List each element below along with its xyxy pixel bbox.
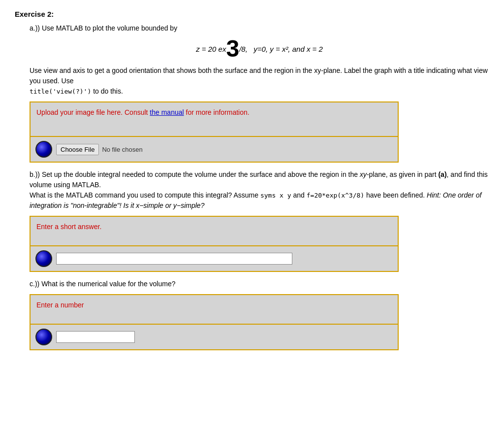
answer-box-b: Enter a short answer.: [30, 216, 399, 272]
exercise-title: Exercise 2:: [15, 10, 489, 18]
no-file-text: No file chosen: [102, 146, 142, 153]
part-c-description: c.)) What is the numerical value for the…: [30, 279, 489, 289]
manual-link[interactable]: the manual: [150, 108, 184, 116]
part-a: a.)) Use MATLAB to plot the volume bound…: [30, 24, 489, 163]
answer-prompt-a: Upload your image file here. Consult the…: [31, 102, 398, 137]
text-input-row-c: [31, 325, 398, 349]
part-a-intro: a.)) Use MATLAB to plot the volume bound…: [30, 24, 489, 32]
answer-prompt-c: Enter a number: [31, 295, 398, 325]
answer-prompt-b: Enter a short answer.: [31, 217, 398, 246]
answer-box-c: Enter a number: [30, 294, 399, 350]
answer-input-c[interactable]: [56, 331, 135, 343]
choose-file-button[interactable]: Choose File: [56, 144, 99, 155]
answer-input-b[interactable]: [56, 253, 292, 265]
orb-icon-c[interactable]: [35, 329, 52, 345]
part-a-description: Use view and axis to get a good orientat…: [30, 66, 489, 97]
file-input-group: Choose File No file chosen: [56, 144, 143, 155]
orb-icon-b[interactable]: [35, 250, 52, 267]
text-input-row-b: [31, 246, 398, 271]
part-c: c.)) What is the numerical value for the…: [30, 279, 489, 350]
part-b: b.)) Set up the double integral needed t…: [30, 169, 489, 272]
answer-box-a: Upload your image file here. Consult the…: [30, 101, 399, 163]
orb-icon-a[interactable]: [35, 141, 52, 158]
formula-display: z = 20 ex3/8, y=0, y = x², and x = 2: [30, 37, 489, 61]
file-input-row: Choose File No file chosen: [31, 137, 398, 162]
part-b-description: b.)) Set up the double integral needed t…: [30, 169, 489, 211]
